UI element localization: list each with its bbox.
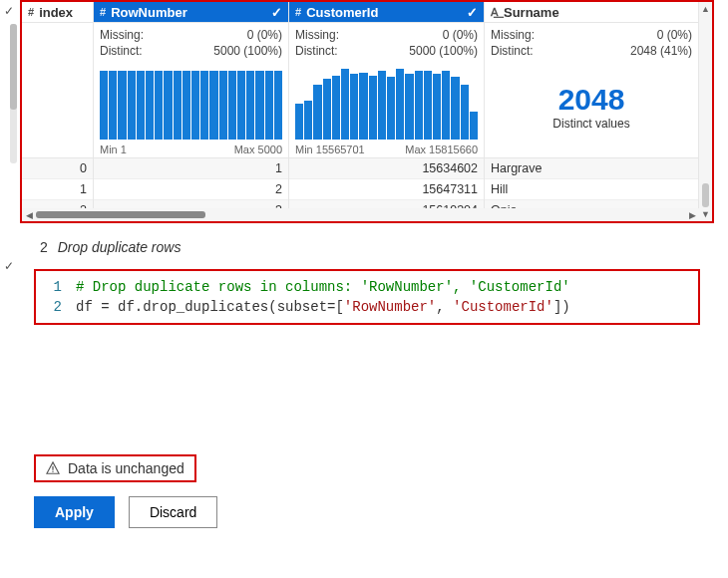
column-customerid: # CustomerId ✓ Missing:0 (0%) Distinct:5… <box>289 2 485 221</box>
stat-label: Distinct: <box>491 43 534 59</box>
hist-max: Max 15815660 <box>405 144 478 155</box>
status-message: Data is unchanged <box>34 454 196 482</box>
code-string: 'CustomerId' <box>453 299 553 315</box>
stat-value: 2048 (41%) <box>630 43 692 59</box>
text-icon: A͟ <box>491 6 499 19</box>
hist-min: Min 1 <box>100 144 127 155</box>
column-label: RowNumber <box>111 5 187 20</box>
check-icon: ✓ <box>467 5 478 20</box>
code-editor[interactable]: 1 # Drop duplicate rows in columns: 'Row… <box>34 269 700 325</box>
cell-surname: Hill <box>485 179 698 200</box>
discard-button[interactable]: Discard <box>129 496 217 528</box>
minimap-scrollbar-thumb[interactable] <box>10 24 17 110</box>
vertical-scrollbar[interactable]: ▲ ▼ <box>699 2 712 221</box>
scroll-down-icon[interactable]: ▼ <box>699 207 712 221</box>
stat-label: Distinct: <box>100 43 143 59</box>
column-rownumber: # RowNumber ✓ Missing:0 (0%) Distinct:50… <box>94 2 289 221</box>
apply-button[interactable]: Apply <box>34 496 115 528</box>
stat-value: 0 (0%) <box>247 27 282 43</box>
cell-index: 0 <box>22 158 93 179</box>
stat-label: Distinct: <box>295 43 338 59</box>
stat-label: Missing: <box>295 27 339 43</box>
code-comment: # Drop duplicate rows in columns: 'RowNu… <box>76 279 570 295</box>
column-stats-customerid: Missing:0 (0%) Distinct:5000 (100%) Min … <box>289 23 484 158</box>
cell-customerid: 15634602 <box>289 158 484 179</box>
cell-rownumber: 1 <box>94 158 288 179</box>
column-stats-index <box>22 23 93 158</box>
scrollbar-thumb[interactable] <box>36 211 205 218</box>
column-header-surname[interactable]: A͟ Surname <box>485 2 698 23</box>
hist-min: Min 15565701 <box>295 144 365 155</box>
svg-rect-1 <box>52 471 53 472</box>
step-number: 2 <box>40 239 48 255</box>
check-icon: ✓ <box>4 4 14 18</box>
histogram-customerid <box>295 59 478 140</box>
stat-value: 5000 (100%) <box>409 43 478 59</box>
stat-value: 0 (0%) <box>657 27 692 43</box>
code-text: ]) <box>553 299 570 315</box>
scrollbar-thumb[interactable] <box>702 183 709 207</box>
hash-icon: # <box>100 6 106 18</box>
scroll-right-icon[interactable]: ▶ <box>685 210 699 220</box>
cell-index: 1 <box>22 179 93 200</box>
check-icon: ✓ <box>271 5 282 20</box>
cell-gutter: ✓ ✓ <box>0 0 20 578</box>
scroll-up-icon[interactable]: ▲ <box>699 2 712 16</box>
line-number: 1 <box>36 277 76 297</box>
scroll-left-icon[interactable]: ◀ <box>22 210 36 220</box>
column-stats-surname: Missing:0 (0%) Distinct:2048 (41%) 2048 … <box>485 23 698 158</box>
step-caption: 2 Drop duplicate rows <box>20 223 714 269</box>
data-preview-panel: # index 0 1 2 # R <box>20 0 714 223</box>
step-title: Drop duplicate rows <box>58 239 182 255</box>
stat-label: Missing: <box>100 27 144 43</box>
hash-icon: # <box>295 6 301 18</box>
check-icon: ✓ <box>4 259 14 273</box>
column-label: CustomerId <box>306 5 378 20</box>
column-label: index <box>39 5 73 20</box>
code-text: df = df.drop_duplicates(subset=[ <box>76 299 344 315</box>
column-header-rownumber[interactable]: # RowNumber ✓ <box>94 2 288 23</box>
column-index: # index 0 1 2 <box>22 2 94 221</box>
minimap-scrollbar[interactable] <box>10 24 17 163</box>
stat-value: 5000 (100%) <box>213 43 282 59</box>
horizontal-scrollbar[interactable]: ◀ ▶ <box>22 208 699 221</box>
cell-rownumber: 2 <box>94 179 288 200</box>
line-number: 2 <box>36 297 76 317</box>
column-surname: A͟ Surname Missing:0 (0%) Distinct:2048 … <box>485 2 699 221</box>
cell-surname: Hargrave <box>485 158 698 179</box>
column-header-customerid[interactable]: # CustomerId ✓ <box>289 2 484 23</box>
hist-max: Max 5000 <box>234 144 282 155</box>
stat-label: Missing: <box>491 27 535 43</box>
distinct-caption: Distinct values <box>552 117 629 131</box>
svg-rect-0 <box>52 466 53 470</box>
cell-customerid: 15647311 <box>289 179 484 200</box>
column-header-index[interactable]: # index <box>22 2 93 23</box>
warning-icon <box>46 461 60 475</box>
column-stats-rownumber: Missing:0 (0%) Distinct:5000 (100%) Min … <box>94 23 288 158</box>
column-label: Surname <box>504 5 559 20</box>
code-string: 'RowNumber' <box>344 299 436 315</box>
histogram-rownumber <box>100 59 282 140</box>
stat-value: 0 (0%) <box>443 27 478 43</box>
status-text: Data is unchanged <box>68 460 184 476</box>
hash-icon: # <box>28 6 34 18</box>
distinct-count: 2048 <box>558 85 625 115</box>
code-text: , <box>436 299 453 315</box>
